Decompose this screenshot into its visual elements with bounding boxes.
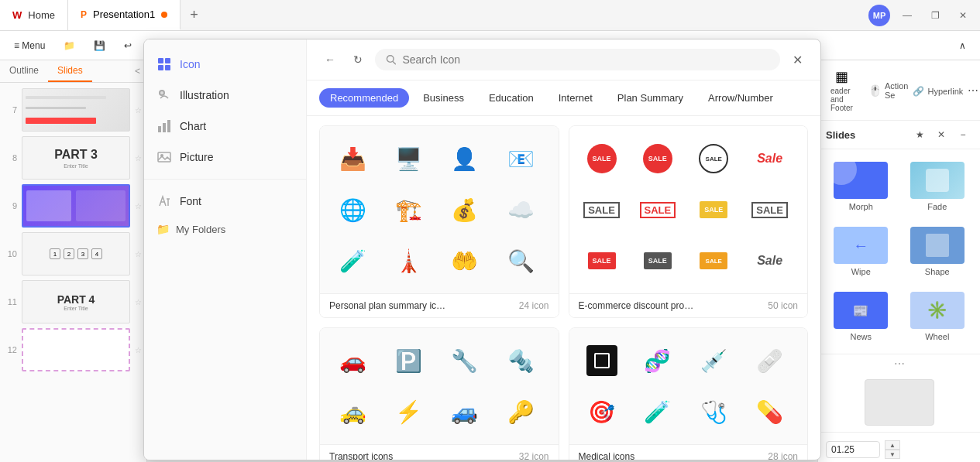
transition-wheel[interactable]: ✳️ Wheel [903,287,973,346]
slide-number-10: 10 [5,249,17,258]
icon-pack-transport[interactable]: 🚗 🅿️ 🔧 🔩 🚕 ⚡ 🚙 🔑 Transport icons 32 icon [319,327,559,460]
sidebar-item-illustration[interactable]: Illustration [144,80,306,111]
icon-cell: 🩹 [747,337,793,384]
close-panel-btn[interactable]: ✕ [932,125,951,144]
sidebar-item-picture[interactable]: Picture [144,142,306,173]
personal-plan-grid: 📥 🖥️ 👤 📧 🌐 🏗️ 💰 ☁️ 🧪 🗼 🤲 🔍 [320,126,559,293]
wipe-label: Wipe [851,267,871,276]
tab-presentation[interactable]: P Presentation1 [68,0,181,30]
open-button[interactable]: 📁 [56,37,83,54]
pp-icon: P [81,9,87,20]
header-footer-icon: ▦ [835,68,848,85]
transition-news[interactable]: 📰 News [826,287,896,346]
sidebar-item-icon[interactable]: Icon [144,49,306,80]
duration-down-button[interactable]: ▼ [885,450,900,459]
tab-home[interactable]: W Home [0,0,68,30]
titlebar-controls: MP — ❐ ✕ [868,5,980,26]
home-tab-label: Home [28,9,55,21]
icon-dialog: Icon Illustration Chart [143,39,821,460]
more-right-button[interactable]: ⋯ [968,84,978,97]
slide-thumb-11[interactable]: PART 4 Enter Title [22,280,130,323]
new-tab-button[interactable]: + [181,0,208,30]
medical-grid: 🧬 💉 🩹 🎯 🧪 🩺 💊 [569,328,808,444]
svg-rect-0 [158,58,163,63]
minus-panel-btn[interactable]: − [954,125,972,144]
maximize-button[interactable]: ❐ [924,5,946,26]
duration-input[interactable] [826,441,880,458]
slide-thumb-7[interactable] [22,88,130,132]
refresh-button[interactable]: ↻ [347,49,369,70]
star-icon-btn[interactable]: ★ [910,125,929,144]
transitions-grid: Morph Fade ← Wipe Shape 📰 News [818,149,980,354]
slide-row-9: 9 ☆ [3,182,143,230]
action-se-button[interactable]: 🖱️ Action Se [868,81,909,100]
slide-thumb-8[interactable]: PART 3 Enter Title [22,136,130,180]
sidebar-item-chart[interactable]: Chart [144,111,306,142]
transition-shape[interactable]: Shape [903,222,973,281]
menu-button[interactable]: ≡ Menu [6,37,53,54]
cat-tab-arrow-number[interactable]: Arrow/Number [697,88,784,108]
svg-rect-1 [165,58,170,63]
transition-morph[interactable]: Morph [826,157,896,216]
close-button[interactable]: ✕ [952,5,974,26]
slide-star-7: ☆ [135,106,142,115]
medical-count: 28 icon [768,451,798,460]
dialog-close-button[interactable]: ✕ [786,49,808,70]
icon-cell: SALE [579,187,625,233]
save-button[interactable]: 💾 [86,37,113,54]
news-label: News [850,332,872,341]
sidebar-item-font[interactable]: Font [144,186,306,217]
presentation-tab-label: Presentation1 [93,9,155,20]
user-avatar[interactable]: MP [868,5,890,26]
hyperlink-button[interactable]: 🔗 Hyperlink [913,86,963,97]
folder-icon: 📁 [156,223,170,235]
slide-thumb-12[interactable] [22,328,130,371]
icon-cell: 🚗 [329,337,376,384]
hyperlink-icon: 🔗 [913,86,924,97]
icon-cell: 🚕 [329,388,376,435]
my-folders-label: My Folders [176,224,225,235]
collapse-ribbon-button[interactable]: ∧ [951,37,974,54]
icon-cell: 🌐 [329,187,376,233]
fade-label: Fade [927,202,947,211]
transition-wipe[interactable]: ← Wipe [826,222,896,281]
cat-tab-recommended[interactable]: Recommended [319,88,409,108]
slide-thumb-9[interactable] [22,184,130,228]
icon-pack-personal-plan[interactable]: 📥 🖥️ 👤 📧 🌐 🏗️ 💰 ☁️ 🧪 🗼 🤲 🔍 [319,125,559,318]
icon-pack-ecommerce[interactable]: SALE SALE SALE Sale SALE [569,125,809,318]
search-input[interactable] [402,53,769,66]
save-icon: 💾 [94,40,105,51]
back-button[interactable]: ← [319,49,341,70]
header-footer-button[interactable]: ▦ eader andFooter [824,65,859,115]
collapse-icon: ∧ [959,40,966,51]
search-icon [386,54,396,65]
slide-star-9: ☆ [135,202,142,210]
icon-cell: 🧪 [634,388,681,435]
shape-label: Shape [925,267,950,276]
morph-thumb [834,162,888,199]
tab-outline[interactable]: Outline [0,60,48,82]
duration-up-button[interactable]: ▲ [885,440,900,450]
transition-fade[interactable]: Fade [903,157,973,216]
icon-cell: 🔑 [497,388,544,435]
more-transitions-button[interactable]: ⋯ [894,358,905,370]
cat-tab-internet[interactable]: Internet [548,88,603,108]
icon-pack-medical[interactable]: 🧬 💉 🩹 🎯 🧪 🩺 💊 Medical icons 28 icon [569,327,809,460]
refresh-icon: ↻ [353,53,363,66]
slide-star-10: ☆ [135,250,142,258]
tab-slides[interactable]: Slides [48,60,92,82]
back-icon: ← [325,53,335,66]
my-folders-item[interactable]: 📁 My Folders [144,217,306,241]
icon-row-1: 📥 🖥️ 👤 📧 🌐 🏗️ 💰 ☁️ 🧪 🗼 🤲 🔍 [319,125,808,318]
cat-tab-business[interactable]: Business [412,88,475,108]
cat-tab-plan-summary[interactable]: Plan Summary [607,88,694,108]
minimize-button[interactable]: — [896,5,918,26]
cat-tab-education[interactable]: Education [478,88,545,108]
slide-view-tabs: Outline Slides < [0,60,146,83]
slide-thumb-10[interactable]: 1 2 3 4 [22,232,130,275]
header-footer-label: eader andFooter [830,87,853,112]
undo-button[interactable]: ↩ [116,37,139,54]
icon-cell: 🅿️ [385,337,432,384]
font-sidebar-icon [156,193,172,209]
close-icon: ✕ [793,53,803,67]
